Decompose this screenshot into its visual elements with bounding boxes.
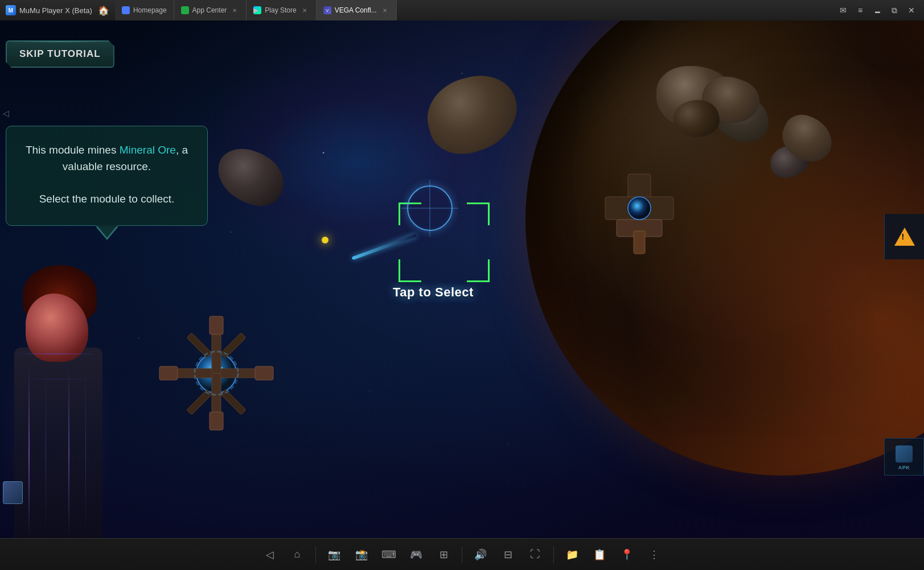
tab-appcenter-close[interactable]: ✕: [230, 6, 239, 15]
app-logo-area: M MuMu Player X (Beta) 🏠: [0, 5, 115, 16]
svg-rect-3: [216, 369, 256, 378]
targeting-bracket-bot-left: [399, 259, 421, 282]
menu-button[interactable]: ≡: [852, 2, 868, 18]
svg-rect-10: [159, 366, 178, 380]
svg-rect-9: [221, 390, 246, 415]
character-portrait: [0, 254, 131, 550]
tabs-container: Homepage App Center ✕ ▶ Play Store ✕ V V…: [115, 0, 831, 20]
skip-tutorial-button[interactable]: SKIP TUTORIAL: [6, 40, 114, 68]
toolbar-screenshot-btn[interactable]: 📸: [350, 543, 373, 566]
apk-corner-panel[interactable]: APK: [884, 438, 924, 476]
tutorial-highlight: Mineral Ore: [120, 144, 176, 156]
targeting-bracket-bot-right: [467, 259, 490, 282]
toolbar-more-btn[interactable]: ⋮: [643, 543, 666, 566]
mail-button[interactable]: ✉: [835, 2, 851, 18]
char-line-3: [68, 367, 69, 538]
apk-icon: [896, 445, 913, 462]
toolbar-keyboard-btn[interactable]: ⌨: [377, 543, 400, 566]
tutorial-bubble: This module mines Mineral Ore, a valuabl…: [6, 126, 208, 226]
tab-playstore-close[interactable]: ✕: [300, 6, 309, 15]
char-torso: [14, 348, 102, 550]
toolbar-back-btn[interactable]: ◁: [258, 543, 281, 566]
svg-point-19: [628, 197, 651, 220]
svg-rect-18: [634, 231, 645, 254]
asteroid-cluster: [656, 66, 770, 163]
spaceship-station[interactable]: ⚙: [125, 282, 307, 464]
svg-rect-11: [255, 366, 273, 380]
toolbar-location-btn[interactable]: 📍: [615, 543, 638, 566]
apk-label: APK: [898, 465, 910, 470]
minimize-button[interactable]: 🗕: [869, 2, 885, 18]
titlebar: M MuMu Player X (Beta) 🏠 Homepage App Ce…: [0, 0, 924, 20]
alert-triangle-icon: [894, 228, 915, 246]
toolbar-resize-btn[interactable]: ⊞: [432, 543, 455, 566]
toolbar-files-btn[interactable]: 📁: [561, 543, 584, 566]
toolbar-resolution-btn[interactable]: ⊟: [496, 543, 519, 566]
toolbar-home-btn[interactable]: ⌂: [286, 543, 309, 566]
svg-rect-13: [210, 412, 223, 430]
svg-rect-5: [212, 373, 221, 413]
toolbar-fullscreen-btn[interactable]: ⛶: [524, 543, 547, 566]
toolbar-volume-btn[interactable]: 🔊: [469, 543, 492, 566]
targeting-circle: [407, 185, 453, 231]
window-controls: ✉ ≡ 🗕 ⧉ ✕: [831, 2, 924, 18]
svg-rect-4: [212, 333, 221, 373]
char-accent-1: [17, 353, 97, 354]
char-line-1: [28, 367, 30, 538]
right-side-panel: [884, 214, 924, 259]
tab-homepage-favicon: [122, 6, 130, 14]
svg-rect-12: [210, 316, 223, 334]
char-item-box: [3, 481, 23, 504]
targeting-bracket-top-right: [467, 203, 490, 225]
tab-homepage-label: Homepage: [133, 6, 167, 14]
toolbar-separator-1: [315, 546, 316, 563]
close-button[interactable]: ✕: [904, 2, 919, 18]
tab-vega-favicon: V: [323, 6, 331, 14]
tab-vega-close[interactable]: ✕: [380, 6, 389, 15]
tab-playstore-label: Play Store: [265, 6, 296, 14]
game-viewport[interactable]: ◁ SKIP TUTORIAL This module mines Minera…: [0, 20, 924, 550]
tab-appcenter[interactable]: App Center ✕: [174, 0, 247, 20]
glow-dot: [322, 237, 328, 243]
tab-playstore[interactable]: ▶ Play Store ✕: [247, 0, 316, 20]
toolbar-clipboard-btn[interactable]: 📋: [588, 543, 611, 566]
tab-appcenter-label: App Center: [192, 6, 227, 14]
tab-appcenter-favicon: [181, 6, 189, 14]
char-accent-2: [17, 379, 97, 379]
tab-vega[interactable]: V VEGA Confl... ✕: [317, 0, 397, 20]
app-name: MuMu Player X (Beta): [19, 6, 92, 15]
alert-panel-icon[interactable]: [890, 222, 919, 251]
tutorial-line3: Select the module to collect.: [39, 193, 175, 205]
char-line-2: [46, 367, 46, 538]
tutorial-line1: This module mines: [26, 144, 120, 156]
left-arrow-indicator: ◁: [3, 109, 9, 118]
bottom-toolbar: ◁ ⌂ 📷 📸 ⌨ 🎮 ⊞ 🔊 ⊟ ⛶ 📁 📋 📍 ⋮: [0, 538, 924, 570]
toolbar-video-btn[interactable]: 📷: [323, 543, 346, 566]
toolbar-separator-3: [553, 546, 554, 563]
home-icon: 🏠: [98, 5, 109, 16]
tab-vega-label: VEGA Confl...: [335, 6, 377, 14]
tab-homepage[interactable]: Homepage: [115, 0, 174, 20]
char-line-4: [85, 367, 86, 538]
app-icon: M: [6, 5, 16, 15]
restore-button[interactable]: ⧉: [886, 2, 902, 18]
tab-playstore-favicon: ▶: [253, 6, 261, 14]
tap-to-select-label: Tap to Select: [393, 285, 474, 300]
toolbar-gamepad-btn[interactable]: 🎮: [405, 543, 428, 566]
skip-tutorial-label: SKIP TUTORIAL: [19, 48, 101, 59]
svg-rect-2: [176, 369, 216, 378]
toolbar-separator-2: [462, 546, 462, 563]
enemy-ship: [582, 151, 696, 267]
character-body: [11, 265, 114, 550]
